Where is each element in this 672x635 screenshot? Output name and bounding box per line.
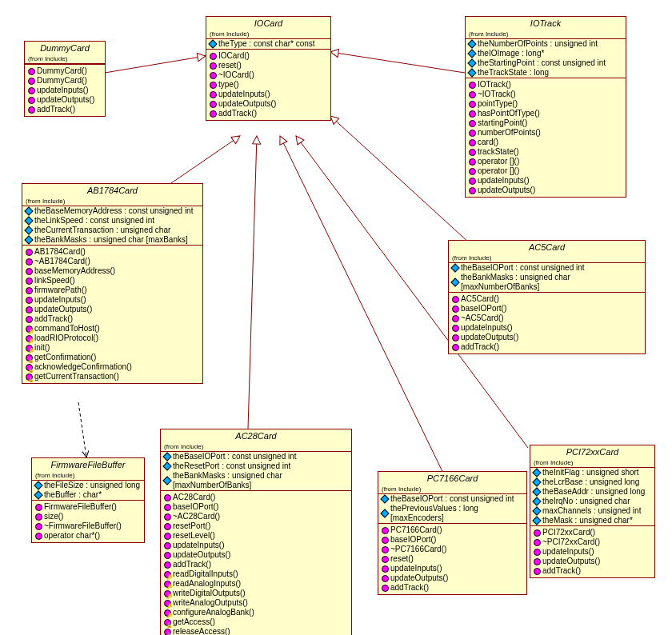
class-from: (from Include)	[466, 30, 626, 39]
method: pointType()	[466, 99, 626, 109]
attr: theBankMasks : unsigned char [maxBanks]	[22, 235, 202, 245]
method: operator char*()	[32, 531, 144, 541]
method: ~FirmwareFileBuffer()	[32, 521, 144, 531]
class-title: IOCard	[206, 17, 330, 30]
method: updateInputs()	[466, 176, 626, 186]
method: DummyCard()	[25, 66, 105, 76]
method: IOCard()	[206, 51, 330, 61]
method: addTrack()	[378, 583, 526, 593]
attr: theLinkSpeed : const unsigned int	[22, 216, 202, 226]
class-title: DummyCard	[25, 42, 105, 54]
method: updateInputs()	[161, 541, 351, 550]
method: loadRIOProtocol()	[22, 333, 202, 343]
attr: theNumberOfPoints : unsigned int	[466, 39, 626, 49]
class-dummycard[interactable]: DummyCard (from Include) DummyCard() Dum…	[24, 41, 106, 117]
method: writeDigitalOutputs()	[161, 589, 351, 598]
class-from: (from Include)	[530, 458, 654, 468]
method: baseIOPort()	[161, 502, 351, 512]
attr: theLcrBase : unsigned long	[530, 477, 654, 487]
class-title: PC7166Card	[378, 472, 526, 485]
method: addTrack()	[530, 566, 654, 576]
class-firmwarefilebuffer[interactable]: FirmwareFileBuffer (from Include) theFil…	[31, 457, 145, 543]
method: commandToHost()	[22, 324, 202, 333]
class-ac28card[interactable]: AC28Card (from Include) theBaseIOPort : …	[160, 429, 352, 635]
attr: theType : const char* const	[206, 39, 330, 49]
method: ~AB1784Card()	[22, 257, 202, 266]
method: baseMemoryAddress()	[22, 266, 202, 276]
method: ~PCI72xxCard()	[530, 537, 654, 547]
method: updateOutputs()	[530, 557, 654, 566]
class-ab1784card[interactable]: AB1784Card (from Include) theBaseMemoryA…	[22, 183, 203, 384]
method: getConfirmation()	[22, 353, 202, 362]
method: firmwarePath()	[22, 286, 202, 295]
class-iocard[interactable]: IOCard (from Include) theType : const ch…	[206, 16, 331, 121]
class-from: (from Include)	[378, 485, 526, 494]
method: ~AC5Card()	[449, 314, 645, 323]
method: operator []()	[466, 166, 626, 176]
method: readAnalogInputs()	[161, 579, 351, 589]
svg-line-6	[330, 52, 465, 73]
svg-line-1	[171, 136, 240, 183]
method: reset()	[206, 61, 330, 70]
method: updateInputs()	[378, 564, 526, 573]
method: getAccess()	[161, 617, 351, 627]
method: IOTrack()	[466, 80, 626, 90]
class-title: AC5Card	[449, 241, 645, 254]
method: configureAnalogBank()	[161, 608, 351, 617]
method: addTrack()	[449, 342, 645, 352]
svg-line-2	[248, 136, 257, 429]
method: operator []()	[466, 157, 626, 166]
method: ~AC28Card()	[161, 512, 351, 521]
class-iotrack[interactable]: IOTrack (from Include) theNumberOfPoints…	[465, 16, 626, 198]
attr: theInitFlag : unsigned short	[530, 468, 654, 477]
method: ~IOCard()	[206, 70, 330, 80]
method: updateOutputs()	[25, 95, 105, 105]
class-from: (from Include)	[161, 442, 351, 452]
attr: theBaseIOPort : const unsigned int	[449, 263, 645, 273]
attr: theIOImage : long*	[466, 49, 626, 58]
method: init()	[22, 343, 202, 353]
method: acknowledgeConfirmation()	[22, 362, 202, 372]
method: FirmwareFileBuffer()	[32, 502, 144, 512]
method: DummyCard()	[25, 76, 105, 86]
method: updateInputs()	[206, 90, 330, 99]
method: updateInputs()	[22, 295, 202, 305]
method: card()	[466, 138, 626, 147]
class-pci72xxcard[interactable]: PCI72xxCard (from Include) theInitFlag :…	[530, 445, 655, 578]
method: trackState()	[466, 147, 626, 157]
attr: theFileSize : unsigned long	[32, 481, 144, 490]
class-pc7166card[interactable]: PC7166Card (from Include) theBaseIOPort …	[378, 471, 527, 595]
method: updateInputs()	[530, 547, 654, 557]
class-from: (from Include)	[449, 254, 645, 263]
svg-line-5	[330, 116, 480, 253]
class-title: PCI72xxCard	[530, 445, 654, 458]
class-ac5card[interactable]: AC5Card (from Include) theBaseIOPort : c…	[448, 240, 646, 354]
attr: theBaseAddr : unsigned long	[530, 487, 654, 497]
attr: theBaseIOPort : const unsigned int	[161, 452, 351, 461]
method: ~IOTrack()	[466, 90, 626, 99]
class-from: (from Include)	[32, 471, 144, 481]
method: updateOutputs()	[22, 305, 202, 314]
method: addTrack()	[25, 105, 105, 114]
attr: theCurrentTransaction : unsigned char	[22, 226, 202, 235]
method: resetPort()	[161, 521, 351, 531]
method: readDigitalInputs()	[161, 569, 351, 579]
method: addTrack()	[22, 314, 202, 324]
method: baseIOPort()	[378, 535, 526, 545]
method: releaseAccess()	[161, 627, 351, 635]
method: type()	[206, 80, 330, 90]
method: ~PC7166Card()	[378, 545, 526, 554]
method: AC5Card()	[449, 294, 645, 304]
class-from: (from Include)	[25, 54, 105, 64]
attr: theMask : unsigned char*	[530, 516, 654, 525]
method: hasPointOfType()	[466, 109, 626, 118]
class-title: AC28Card	[161, 429, 351, 442]
method: updateOutputs()	[449, 333, 645, 342]
method: updateOutputs()	[206, 99, 330, 109]
method: updateOutputs()	[466, 186, 626, 195]
method: writeAnalogOutputs()	[161, 598, 351, 608]
class-title: AB1784Card	[22, 184, 202, 197]
method: updateInputs()	[449, 323, 645, 333]
method: updateInputs()	[25, 86, 105, 95]
attr: theBankMasks : unsigned char [maxNumberO…	[161, 471, 351, 490]
